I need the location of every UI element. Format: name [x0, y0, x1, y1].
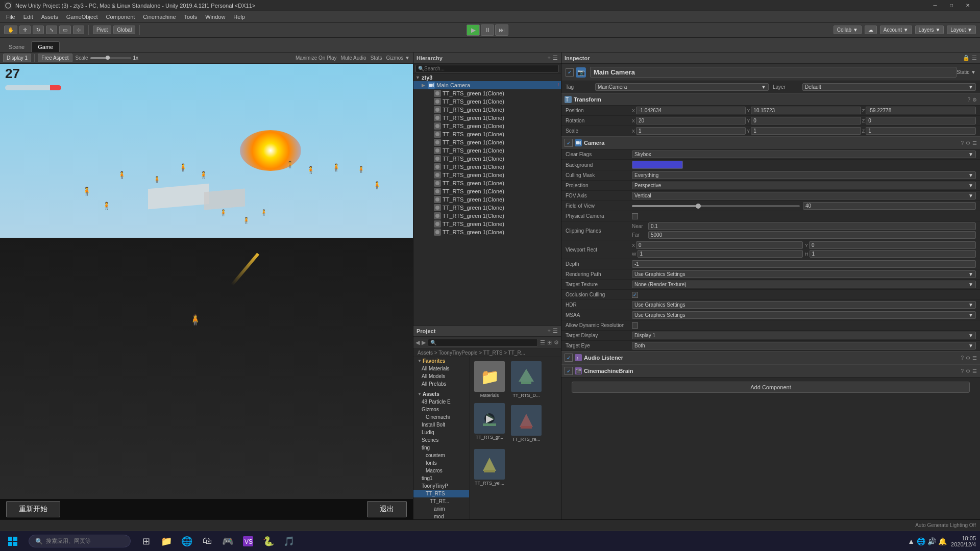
menu-gameobject[interactable]: GameObject — [62, 13, 102, 21]
hierarchy-item-clone-2[interactable]: TT_RTS_green 1(Clone) — [413, 106, 561, 114]
tree-install-bolt[interactable]: Install Bolt — [413, 421, 469, 429]
target-display-dropdown[interactable]: Display 1 ▼ — [632, 332, 976, 339]
notification-icon[interactable]: 🔔 — [938, 537, 947, 545]
rendering-path-dropdown[interactable]: Use Graphics Settings ▼ — [632, 270, 976, 278]
project-add[interactable]: + — [548, 328, 551, 334]
audio-listener-header[interactable]: ✓ ♪ Audio Listener ? ⚙ ☰ — [561, 351, 980, 364]
scale-z-input[interactable] — [866, 127, 976, 135]
projection-dropdown[interactable]: Perspective ▼ — [632, 182, 976, 189]
maximize-button[interactable]: □ — [943, 0, 960, 11]
taskbar-store[interactable]: 🛍 — [198, 532, 216, 550]
restart-button[interactable]: 重新开始 — [6, 501, 60, 517]
taskbar-vs[interactable]: VS — [239, 532, 257, 550]
hierarchy-item-clone-14[interactable]: TT_RTS_green 1(Clone) — [413, 204, 561, 212]
hdr-dropdown[interactable]: Use Graphics Settings ▼ — [632, 301, 976, 309]
camera-active-checkbox[interactable]: ✓ — [565, 139, 573, 147]
hierarchy-item-clone-9[interactable]: TT_RTS_green 1(Clone) — [413, 163, 561, 171]
physical-camera-checkbox[interactable] — [632, 213, 638, 219]
taskbar-search-box[interactable]: 🔍 搜索应用、网页等 — [29, 535, 131, 547]
hierarchy-item-clone-7[interactable]: TT_RTS_green 1(Clone) — [413, 146, 561, 155]
camera-settings[interactable]: ⚙ — [966, 140, 970, 146]
stats-button[interactable]: Stats — [371, 55, 382, 61]
file-tt-rts-gr[interactable]: ▶ TT_RTS_gr... — [472, 401, 507, 444]
tree-all-prefabs[interactable]: All Prefabs — [413, 380, 469, 388]
maximize-on-play[interactable]: Maximize On Play — [296, 55, 337, 61]
tree-toony[interactable]: ToonyTinyP — [413, 482, 469, 490]
tree-tt-rt[interactable]: TT_RT... — [413, 497, 469, 505]
cinemachine-active-checkbox[interactable]: ✓ — [565, 367, 573, 375]
hierarchy-item-clone-0[interactable]: TT_RTS_green 1(Clone) — [413, 89, 561, 97]
layer-dropdown[interactable]: Default ▼ — [802, 83, 976, 91]
cinemachine-menu[interactable]: ☰ — [972, 368, 977, 374]
menu-component[interactable]: Component — [102, 13, 139, 21]
tag-dropdown[interactable]: MainCamera ▼ — [595, 83, 769, 91]
hierarchy-item-main-camera[interactable]: ▶ Main Camera ! — [413, 81, 561, 89]
tree-ting[interactable]: ting — [413, 444, 469, 452]
hierarchy-item-clone-8[interactable]: TT_RTS_green 1(Clone) — [413, 155, 561, 163]
viewport-x-input[interactable] — [636, 241, 803, 249]
viewport-h-input[interactable] — [810, 250, 976, 258]
tree-anim[interactable]: anim — [413, 505, 469, 513]
account-button[interactable]: Account ▼ — [880, 26, 912, 34]
add-component-button[interactable]: Add Component — [572, 382, 970, 393]
object-active-checkbox[interactable]: ✓ — [566, 68, 574, 77]
audio-menu[interactable]: ☰ — [972, 355, 977, 361]
fov-axis-dropdown[interactable]: Vertical ▼ — [632, 192, 976, 199]
menu-edit[interactable]: Edit — [19, 13, 37, 21]
tree-favorites[interactable]: ▼ Favorites — [413, 357, 469, 365]
transform-header[interactable]: T Transform ? ⚙ — [561, 93, 980, 106]
rotation-y-input[interactable] — [751, 117, 861, 124]
position-z-input[interactable] — [866, 107, 976, 114]
aspect-dropdown[interactable]: Free Aspect — [38, 54, 72, 62]
hierarchy-item-clone-6[interactable]: TT_RTS_green 1(Clone) — [413, 138, 561, 146]
hierarchy-item-clone-1[interactable]: TT_RTS_green 1(Clone) — [413, 97, 561, 106]
hierarchy-menu[interactable]: ☰ — [553, 55, 558, 61]
rotation-z-input[interactable] — [866, 117, 976, 124]
near-input[interactable] — [648, 222, 976, 230]
tree-tt-rts[interactable]: TT_RTS — [413, 490, 469, 497]
tree-coustem[interactable]: coustem — [413, 452, 469, 459]
menu-window[interactable]: Window — [201, 13, 229, 21]
hierarchy-item-clone-4[interactable]: TT_RTS_green 1(Clone) — [413, 122, 561, 130]
camera-component-header[interactable]: ✓ Camera ? ⚙ ☰ — [561, 136, 980, 149]
tool-rect[interactable]: ▭ — [59, 26, 71, 34]
viewport-y-input[interactable] — [809, 241, 976, 249]
tool-rotate[interactable]: ↻ — [33, 26, 44, 34]
mute-audio[interactable]: Mute Audio — [341, 55, 366, 61]
target-texture-dropdown[interactable]: None (Render Texture) ▼ — [632, 281, 976, 288]
transform-help[interactable]: ? — [967, 97, 970, 103]
hierarchy-search-box[interactable]: 🔍 — [415, 65, 559, 72]
hierarchy-item-clone-11[interactable]: TT_RTS_green 1(Clone) — [413, 179, 561, 187]
occlusion-culling-checkbox[interactable]: ✓ — [632, 292, 638, 298]
inspector-menu[interactable]: ☰ — [972, 55, 977, 61]
file-tt-rts-re[interactable]: TT_RTS_re... — [508, 403, 544, 444]
tab-scene[interactable]: Scene — [2, 41, 31, 52]
hierarchy-item-clone-13[interactable]: TT_RTS_green 1(Clone) — [413, 195, 561, 204]
inspector-lock[interactable]: 🔒 — [963, 55, 970, 61]
hierarchy-item-clone-12[interactable]: TT_RTS_green 1(Clone) — [413, 187, 561, 195]
taskbar-app7[interactable]: 🎵 — [280, 532, 298, 550]
menu-help[interactable]: Help — [229, 13, 249, 21]
tree-gizmos[interactable]: Gizmos — [413, 406, 469, 413]
hierarchy-item-clone-15[interactable]: TT_RTS_green 1(Clone) — [413, 212, 561, 220]
fov-slider[interactable] — [632, 205, 800, 207]
msaa-dropdown[interactable]: Use Graphics Settings ▼ — [632, 311, 976, 319]
file-tt-rts-yel[interactable]: TT_RTS_yel... — [472, 447, 507, 488]
layers-button[interactable]: Layers ▼ — [915, 26, 944, 34]
cloud-button[interactable]: ☁ — [865, 26, 877, 34]
fov-slider-thumb[interactable] — [696, 204, 701, 209]
tree-all-models[interactable]: All Models — [413, 372, 469, 380]
menu-assets[interactable]: Assets — [37, 13, 62, 21]
hierarchy-search-input[interactable] — [424, 66, 556, 71]
start-button[interactable] — [0, 531, 26, 552]
position-x-input[interactable] — [636, 107, 746, 114]
taskbar-task-view[interactable]: ⊞ — [137, 532, 155, 550]
depth-input[interactable] — [632, 260, 976, 268]
exit-button[interactable]: 退出 — [367, 501, 407, 517]
step-button[interactable]: ⏭ — [495, 24, 508, 36]
global-button[interactable]: Global — [113, 26, 135, 34]
tree-ting1[interactable]: ting1 — [413, 474, 469, 482]
tool-scale[interactable]: ⤡ — [46, 26, 57, 34]
pivot-button[interactable]: Pivot — [93, 26, 111, 34]
project-forward[interactable]: ▶ — [422, 339, 426, 346]
